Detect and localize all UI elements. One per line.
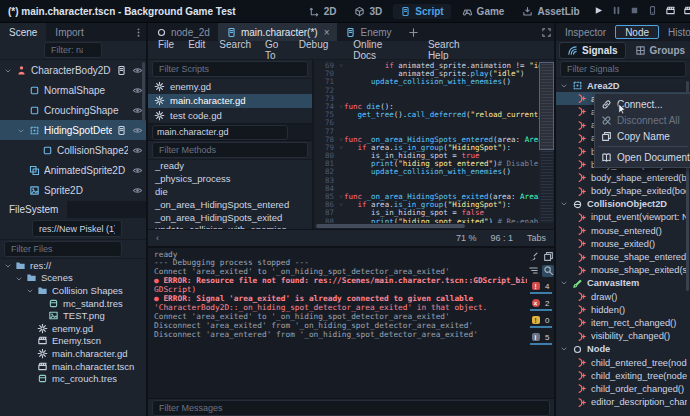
clear-output-button[interactable]	[527, 251, 539, 263]
signal-item[interactable]: body_shape_entered(body_...	[556, 171, 690, 184]
workspace-tab-2d[interactable]: 2D	[302, 4, 344, 19]
remote-debug-button[interactable]	[647, 5, 658, 18]
indent-mode[interactable]: Tabs	[527, 233, 546, 243]
scene-filter-input[interactable]	[49, 44, 85, 56]
messages-filter-toggle[interactable]: i5	[530, 332, 552, 345]
method-list-item[interactable]: _on_area_HidingSpots_exited	[148, 211, 312, 224]
signal-item[interactable]: child_entered_tree(node: N...	[556, 356, 690, 369]
close-icon[interactable]: ×	[324, 27, 330, 38]
copy-output-button[interactable]	[542, 251, 554, 263]
eye-icon[interactable]	[132, 185, 143, 196]
filesystem-item[interactable]: Enemy.tscn	[0, 335, 146, 348]
script-icon[interactable]	[116, 125, 127, 136]
signal-item[interactable]: draw()	[556, 290, 690, 303]
history-back-button[interactable]	[488, 45, 503, 56]
signal-item[interactable]: mouse_exited()	[556, 237, 690, 250]
scripts-panel-toggle[interactable]: ‹	[156, 233, 159, 243]
code-minimap[interactable]	[539, 60, 554, 223]
signal-item[interactable]: item_rect_changed()	[556, 316, 690, 329]
fs-sort-button[interactable]	[126, 244, 142, 255]
signal-item[interactable]: mouse_shape_exited(shap...	[556, 264, 690, 277]
warnings-filter-toggle[interactable]: !0	[530, 315, 552, 328]
current-script-dropdown[interactable]: main.character.gd	[152, 125, 288, 140]
stop-button[interactable]	[629, 5, 640, 18]
filesystem-item[interactable]: Scenes	[0, 272, 146, 285]
workspace-tab-assetlib[interactable]: AssetLib	[515, 4, 586, 19]
method-list-item[interactable]: _physics_process	[148, 172, 312, 185]
eye-icon[interactable]	[132, 85, 143, 96]
filesystem-item[interactable]: mc_stand.tres	[0, 297, 146, 310]
play-custom-scene-button[interactable]	[683, 5, 690, 18]
online-docs-button[interactable]: Online Docs	[338, 39, 405, 61]
scene-tree-node[interactable]: CharacterBody2D	[0, 60, 146, 80]
eye-icon[interactable]	[132, 165, 143, 176]
filesystem-item[interactable]: mc_crouch.tres	[0, 372, 146, 385]
method-list-item[interactable]: die	[148, 185, 312, 198]
scene-tree-node[interactable]: HidingSpotDetector	[0, 120, 146, 140]
signal-category[interactable]: Area2D	[556, 79, 690, 92]
filesystem-menu-button[interactable]	[130, 201, 146, 218]
context-menu-item-connect[interactable]: Connect...	[595, 96, 690, 112]
filter-methods-input[interactable]	[157, 144, 291, 156]
workspace-tab-game[interactable]: Game	[455, 4, 512, 19]
signal-item[interactable]: editor_description_change...	[556, 396, 690, 409]
play-button[interactable]	[593, 5, 604, 18]
tab-import[interactable]: Import	[46, 23, 92, 41]
horizontal-scrollbar[interactable]	[314, 223, 554, 229]
fs-back-button[interactable]	[4, 223, 14, 234]
signal-item[interactable]: hidden()	[556, 303, 690, 316]
subtab-signals[interactable]: Signals	[559, 42, 626, 59]
eye-icon[interactable]	[132, 145, 143, 156]
workspace-tab-3d[interactable]: 3D	[347, 4, 389, 19]
signal-item[interactable]: input_event(viewport: Nod...	[556, 211, 690, 224]
play-scene-button[interactable]	[665, 5, 676, 18]
search-messages-button[interactable]	[542, 265, 554, 277]
instance-scene-button[interactable]	[24, 45, 40, 56]
context-menu-item-open-documentation[interactable]: Open Documentation	[595, 149, 690, 165]
signal-item[interactable]: child_exiting_tree(node: No...	[556, 369, 690, 382]
method-list-item[interactable]: _on_area_HidingSpots_entered	[148, 198, 312, 211]
filter-signals-input[interactable]	[565, 63, 669, 75]
signal-category[interactable]: CollisionObject2D	[556, 198, 690, 211]
scene-tree-node[interactable]: CollisionShape2D	[0, 140, 146, 160]
workspace-tab-script[interactable]: Script	[393, 4, 450, 19]
add-node-button[interactable]	[4, 45, 20, 56]
fs-forward-button[interactable]	[18, 223, 28, 234]
filesystem-item[interactable]: enemy.gd	[0, 322, 146, 335]
fs-split-mode-button[interactable]	[126, 223, 142, 234]
script-list-item[interactable]: test code.gd	[148, 108, 312, 123]
tab-node[interactable]: Node	[615, 25, 659, 39]
context-menu-item-copy-name[interactable]: Copy Name	[595, 128, 690, 144]
tab-inspector[interactable]: Inspector	[556, 23, 615, 41]
signal-item[interactable]: body_shape_exited(body_ri...	[556, 185, 690, 198]
method-sort-button[interactable]	[292, 127, 308, 138]
zoom-percent[interactable]: 71 %	[456, 233, 477, 243]
signal-item[interactable]: mouse_shape_entered(sha...	[556, 250, 690, 263]
code-editor[interactable]: 69˅7071727374˅75767778˅79˅808182838485˅8…	[314, 60, 554, 229]
tab-filesystem[interactable]: FileSystem	[0, 201, 67, 218]
menu-file[interactable]: File	[152, 38, 180, 62]
attach-script-button[interactable]	[106, 45, 122, 56]
collapse-messages-button[interactable]	[527, 265, 539, 277]
scene-tree-node[interactable]: CrouchingShape	[0, 100, 146, 120]
menu-search[interactable]: Search	[213, 38, 257, 62]
search-help-button[interactable]: Search Help	[413, 39, 480, 61]
menu-go-to[interactable]: Go To	[259, 38, 291, 62]
eye-icon[interactable]	[132, 65, 143, 76]
signal-category[interactable]: CanvasItem	[556, 277, 690, 290]
stderr-filter-toggle[interactable]: ×2	[530, 298, 552, 311]
script-list-item[interactable]: main.character.gd	[148, 94, 312, 109]
menu-debug[interactable]: Debug	[293, 38, 334, 62]
pause-button[interactable]	[611, 5, 622, 18]
eye-icon[interactable]	[132, 105, 143, 116]
filter-scripts-input[interactable]	[157, 63, 291, 75]
subtab-groups[interactable]: Groups	[628, 43, 690, 58]
fs-filter-input[interactable]	[9, 243, 105, 255]
menu-edit[interactable]: Edit	[182, 38, 211, 62]
minimap-viewport[interactable]	[539, 62, 554, 150]
tab-history[interactable]: History	[659, 23, 690, 41]
dock-menu-button[interactable]	[130, 23, 146, 41]
fs-path-input[interactable]	[37, 223, 117, 235]
script-list-item[interactable]: enemy.gd	[148, 79, 312, 94]
signal-category[interactable]: Node	[556, 343, 690, 356]
